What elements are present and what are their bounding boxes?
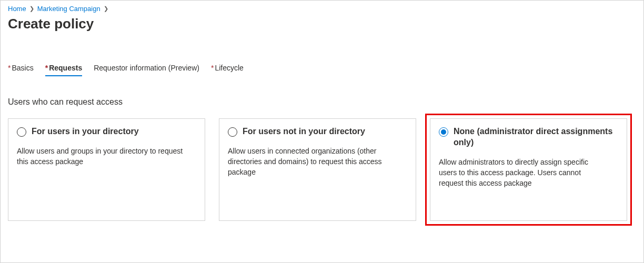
- breadcrumb-marketing-campaign[interactable]: Marketing Campaign: [37, 5, 100, 13]
- options-row: For users in your directory Allow users …: [8, 118, 636, 221]
- option-header: For users in your directory: [17, 126, 196, 137]
- tab-label: Requestor information (Preview): [94, 64, 199, 72]
- chevron-right-icon: ❯: [29, 5, 34, 12]
- radio-icon[interactable]: [17, 127, 26, 137]
- option-header: For users not in your directory: [228, 126, 407, 137]
- tabs: *Basics *Requests Requestor information …: [8, 64, 636, 74]
- option-card-none-admin[interactable]: None (administrator direct assignments o…: [430, 118, 627, 221]
- option-title: For users in your directory: [32, 126, 139, 137]
- option-title: None (administrator direct assignments o…: [454, 126, 618, 148]
- tab-label: Requests: [49, 64, 82, 72]
- breadcrumb: Home ❯ Marketing Campaign ❯: [8, 5, 636, 13]
- chevron-right-icon: ❯: [104, 5, 108, 12]
- option-header: None (administrator direct assignments o…: [439, 126, 618, 148]
- tab-label: Lifecycle: [215, 64, 243, 72]
- radio-icon[interactable]: [439, 127, 448, 137]
- tab-lifecycle[interactable]: *Lifecycle: [211, 64, 244, 74]
- option-card-users-in-directory[interactable]: For users in your directory Allow users …: [8, 118, 205, 221]
- tab-basics[interactable]: *Basics: [8, 64, 34, 74]
- option-description: Allow users and groups in your directory…: [17, 146, 185, 167]
- page-title: Create policy: [8, 16, 636, 32]
- option-description: Allow users in connected organizations (…: [228, 146, 396, 178]
- required-asterisk: *: [211, 64, 214, 72]
- option-description: Allow administrators to directly assign …: [439, 157, 607, 189]
- section-heading: Users who can request access: [8, 97, 636, 107]
- required-asterisk: *: [8, 64, 11, 72]
- tab-label: Basics: [12, 64, 33, 72]
- breadcrumb-home[interactable]: Home: [8, 5, 26, 13]
- option-card-users-not-in-directory[interactable]: For users not in your directory Allow us…: [219, 118, 416, 221]
- option-title: For users not in your directory: [243, 126, 365, 137]
- tab-requestor-information[interactable]: Requestor information (Preview): [94, 64, 199, 74]
- tab-requests[interactable]: *Requests: [45, 64, 82, 74]
- required-asterisk: *: [45, 64, 48, 72]
- radio-icon[interactable]: [228, 127, 237, 137]
